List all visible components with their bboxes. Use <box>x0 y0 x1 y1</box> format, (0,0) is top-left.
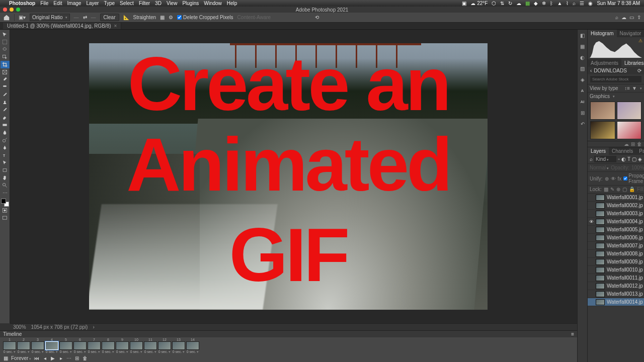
filter-icon[interactable]: ▼ <box>632 85 637 91</box>
layer-row[interactable]: 👁Waterfall0004.jpg <box>588 218 644 226</box>
tab-paths[interactable]: Paths <box>636 147 644 155</box>
frame-duration[interactable]: 0 sec. <box>74 350 87 354</box>
histogram-warning-icon[interactable]: ⚠ <box>638 38 642 43</box>
menu-image[interactable]: Image <box>67 1 82 6</box>
menu-window[interactable]: Window <box>204 1 222 6</box>
library-asset[interactable] <box>590 121 615 139</box>
timeline-frame[interactable]: 50 sec. <box>59 338 72 354</box>
menu-edit[interactable]: Edit <box>53 1 62 6</box>
timeline-frame[interactable]: 30 sec. <box>31 338 44 354</box>
doc-info-chevron-icon[interactable]: › <box>93 324 94 330</box>
zoom-level[interactable]: 300% <box>13 324 26 330</box>
layer-thumbnail[interactable] <box>596 211 605 217</box>
gradients-panel-icon[interactable]: ◐ <box>579 54 586 61</box>
menubar-weather[interactable]: ☁ 22°F <box>470 1 488 6</box>
menubar-cloud-icon[interactable]: ☁ <box>516 1 521 6</box>
tab-close-icon[interactable]: × <box>114 23 117 29</box>
app-name[interactable]: Photoshop <box>9 1 35 6</box>
layer-thumbnail[interactable] <box>596 235 605 241</box>
menubar-app3-icon[interactable]: ❄ <box>542 1 546 6</box>
timeline-frame[interactable]: 10 sec. <box>3 338 16 354</box>
layer-row[interactable]: Waterfall0008.jpg <box>588 250 644 258</box>
layer-row[interactable]: Waterfall0014.jpg <box>588 298 644 306</box>
frame-thumbnail[interactable] <box>186 341 199 350</box>
frame-duration[interactable]: 0 sec. <box>130 350 143 354</box>
layer-row[interactable]: Waterfall0012.jpg <box>588 282 644 290</box>
layer-thumbnail[interactable] <box>596 283 605 289</box>
opacity-value[interactable]: 100% <box>631 165 644 170</box>
share-icon[interactable]: ⇪ <box>637 15 641 20</box>
lib-cloud-icon[interactable]: ☁ <box>624 141 629 147</box>
doc-info[interactable]: 1054 px x 708 px (72 ppi) <box>31 324 88 330</box>
lasso-tool[interactable] <box>1 46 10 53</box>
frame-thumbnail[interactable] <box>102 341 115 350</box>
patterns-panel-icon[interactable]: ▨ <box>579 65 586 72</box>
layer-row[interactable]: Waterfall0013.jpg <box>588 290 644 298</box>
aspect-ratio-dropdown[interactable]: Original Ratio <box>30 14 70 21</box>
tab-navigator[interactable]: Navigator <box>617 30 644 37</box>
frame-duration[interactable]: 0 sec. <box>158 350 171 354</box>
layer-thumbnail[interactable] <box>596 195 605 201</box>
edit-toolbar-icon[interactable]: ⋯ <box>1 189 10 197</box>
eyedropper-tool[interactable] <box>1 76 10 83</box>
straighten-label[interactable]: Straighten <box>133 15 156 20</box>
paragraph-panel-icon[interactable]: AI <box>579 98 586 105</box>
document-canvas[interactable]: Create an Animated GIF <box>89 43 488 310</box>
swap-dims-icon[interactable]: ⇄ <box>83 15 87 20</box>
menu-filter[interactable]: Filter <box>139 1 150 6</box>
frame-thumbnail[interactable] <box>17 341 30 350</box>
tween-button[interactable]: ⋯ <box>66 356 71 361</box>
filter-shape-icon[interactable]: ▢ <box>632 156 636 162</box>
delete-cropped-checkbox[interactable]: Delete Cropped Pixels <box>177 15 233 20</box>
lock-all-icon[interactable]: 🔒 <box>629 187 635 192</box>
blend-mode-dropdown[interactable]: Normal <box>590 165 609 170</box>
layer-row[interactable]: Waterfall0005.jpg <box>588 226 644 234</box>
character-panel-icon[interactable]: A <box>579 87 586 94</box>
next-frame-button[interactable]: ▸ <box>58 356 63 361</box>
rectangle-tool[interactable] <box>1 166 10 174</box>
layer-thumbnail[interactable] <box>596 299 605 305</box>
unify-style-icon[interactable]: fx <box>618 176 622 182</box>
frame-thumbnail[interactable] <box>144 341 157 350</box>
crop-tool[interactable] <box>1 61 10 68</box>
loop-dropdown[interactable]: Forever <box>11 355 31 361</box>
layer-row[interactable]: Waterfall0007.jpg <box>588 242 644 250</box>
layer-thumbnail[interactable] <box>596 219 605 225</box>
lock-artboard-icon[interactable]: ▢ <box>622 187 627 192</box>
overlay-grid-icon[interactable]: ▦ <box>160 15 165 20</box>
brush-tool[interactable] <box>1 91 10 99</box>
sort-icon[interactable]: ↕≡ <box>624 85 630 91</box>
ratio-h-field[interactable]: — <box>91 15 96 20</box>
timeline-frame[interactable]: 130 sec. <box>172 338 185 354</box>
screen-mode-icon[interactable] <box>1 214 10 222</box>
filter-smart-icon[interactable]: ◈ <box>638 156 642 162</box>
menu-help[interactable]: Help <box>227 1 237 6</box>
frame-thumbnail[interactable] <box>73 341 87 350</box>
timeline-frame[interactable]: 60 sec. <box>73 338 87 354</box>
window-close-button[interactable] <box>3 8 7 12</box>
menu-file[interactable]: File <box>40 1 48 6</box>
menubar-sync-icon[interactable]: ↻ <box>508 1 512 6</box>
prev-frame-button[interactable]: ◂ <box>42 356 47 361</box>
swatches-panel-icon[interactable]: ▦ <box>579 43 586 50</box>
tab-histogram[interactable]: Histogram <box>588 30 617 37</box>
timeline-frame[interactable]: 80 sec. <box>102 338 115 354</box>
cloud-docs-icon[interactable]: ☁ <box>621 15 626 20</box>
timeline-frame[interactable]: 140 sec. <box>186 338 199 354</box>
home-button[interactable] <box>3 14 10 21</box>
menubar-datetime[interactable]: Sun Mar 7 8:38 AM <box>597 1 640 6</box>
search-icon[interactable]: ⌕ <box>615 15 618 20</box>
object-selection-tool[interactable] <box>1 53 10 61</box>
history-brush-tool[interactable] <box>1 106 10 114</box>
library-asset[interactable] <box>617 102 642 120</box>
unify-position-icon[interactable]: ⊕ <box>605 176 609 182</box>
frame-duration[interactable]: 0 sec. <box>4 350 16 354</box>
unify-visibility-icon[interactable]: 👁 <box>611 176 616 182</box>
filter-search-icon[interactable]: ⌕ <box>590 156 593 162</box>
quick-mask-icon[interactable] <box>1 207 10 214</box>
move-tool[interactable] <box>1 31 10 38</box>
straighten-icon[interactable]: 📐 <box>123 15 129 20</box>
menubar-app2-icon[interactable]: ◆ <box>534 1 538 6</box>
menu-view[interactable]: View <box>167 1 178 6</box>
propagate-checkbox[interactable]: Propagate Frame 1 <box>623 173 644 184</box>
